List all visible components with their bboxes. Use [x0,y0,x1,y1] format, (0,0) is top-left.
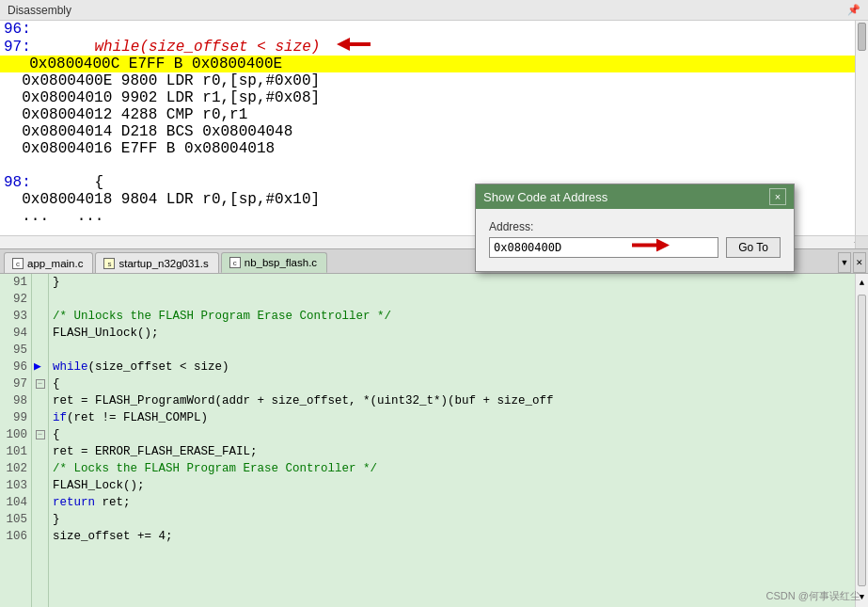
address-label: Address: [489,220,781,233]
goto-button[interactable]: Go To [726,237,781,258]
show-code-dialog: Show Code at Address × Address: Go To [475,184,795,272]
modal-titlebar: Show Code at Address × [476,184,794,209]
address-input-row: Go To [489,237,781,258]
modal-title: Show Code at Address [483,190,608,204]
address-input[interactable] [489,237,718,258]
red-arrow-input [632,239,670,257]
modal-close-button[interactable]: × [769,188,786,205]
svg-marker-1 [632,239,670,252]
modal-body: Address: Go To [476,209,794,271]
modal-overlay: Show Code at Address × Address: Go To [0,0,868,607]
